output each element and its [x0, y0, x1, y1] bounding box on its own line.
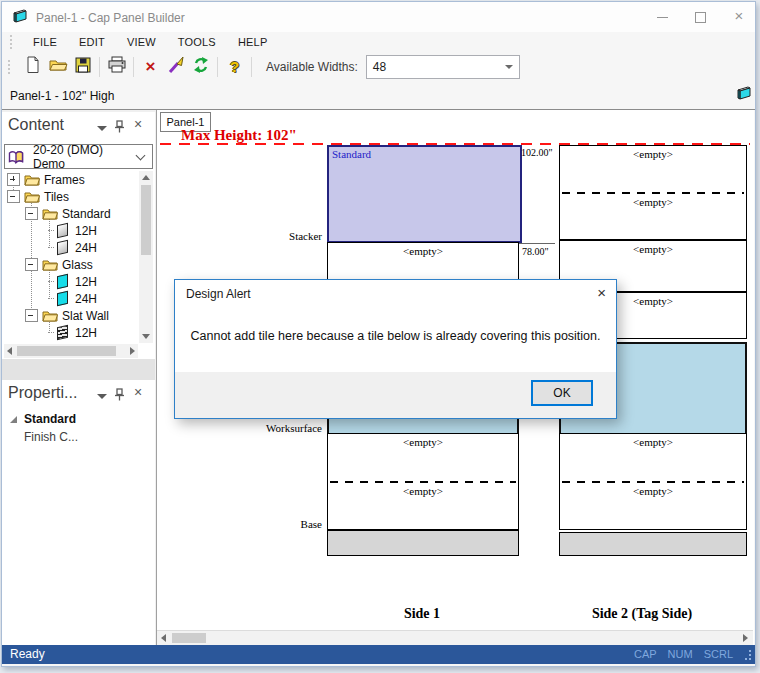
tree-item-slat-wall-12h[interactable]: 12H	[4, 324, 138, 341]
panel-caption: Panel-1 - 102" High	[10, 89, 114, 103]
tree-item-slat-wall[interactable]: Slat Wall	[4, 307, 138, 324]
title-bar: Panel-1 - Cap Panel Builder ×	[2, 2, 755, 32]
maximize-button[interactable]	[690, 8, 712, 26]
scroll-right-icon[interactable]	[130, 347, 135, 355]
close-button[interactable]: ×	[728, 6, 750, 26]
slot-divider-dashed	[330, 481, 516, 483]
property-group-expander-icon[interactable]	[10, 416, 17, 423]
base-cell-side2[interactable]	[559, 532, 747, 556]
scroll-right-icon[interactable]	[743, 634, 748, 642]
resize-grip[interactable]	[749, 658, 751, 660]
tree-item-label: 12H	[75, 326, 97, 340]
dock-splitter[interactable]	[2, 359, 155, 380]
properties-menu-chevron-icon[interactable]	[97, 394, 107, 399]
menu-item-tools[interactable]: TOOLS	[167, 36, 227, 48]
folder-icon	[24, 173, 40, 186]
menu-item-edit[interactable]: EDIT	[68, 36, 116, 48]
tree-item-clipped[interactable]	[4, 341, 138, 343]
dialog-footer: OK	[175, 372, 616, 418]
scroll-down-icon[interactable]	[142, 334, 150, 339]
ok-button[interactable]: OK	[531, 380, 593, 406]
dialog-title: Design Alert	[186, 287, 251, 301]
num-lock-indicator: NUM	[668, 648, 693, 660]
library-combobox[interactable]: 20-20 (DMO) Demo	[4, 144, 153, 169]
maximize-icon	[695, 12, 706, 23]
status-ready-text: Ready	[10, 647, 45, 661]
empty-slot-label: <empty>	[328, 245, 518, 257]
app-icon	[11, 8, 29, 28]
side1-label: Side 1	[327, 606, 517, 622]
open-button[interactable]	[45, 55, 70, 79]
expander-minus-icon[interactable]	[25, 258, 38, 271]
menu-grip	[10, 35, 14, 49]
empty-slot-side2-lower[interactable]: <empty> <empty>	[559, 433, 747, 530]
tree-vertical-scrollbar[interactable]	[139, 171, 153, 343]
canvas-horizontal-scrollbar[interactable]	[157, 630, 753, 645]
properties-close-icon[interactable]: ×	[134, 384, 142, 400]
empty-slot-side1-lower[interactable]: <empty> <empty>	[327, 433, 519, 530]
tree-item-standard-24h[interactable]: 24H	[4, 239, 138, 256]
tree-item-glass[interactable]: Glass	[4, 256, 138, 273]
content-close-icon[interactable]: ×	[134, 116, 142, 132]
catalog-book-icon	[8, 150, 24, 164]
glass-tile-icon	[57, 274, 68, 290]
base-cell-side1[interactable]	[327, 530, 519, 556]
empty-slot-label: <empty>	[328, 436, 518, 448]
dimension-102: 102.00"	[521, 147, 553, 158]
available-widths-combobox[interactable]: 48	[366, 55, 520, 79]
print-button[interactable]	[104, 55, 129, 79]
help-button[interactable]: ?	[222, 55, 247, 79]
empty-slot-label: <empty>	[560, 148, 746, 160]
toolbar-grip	[8, 60, 12, 74]
empty-slot-side2-top[interactable]: <empty> <empty>	[559, 145, 747, 240]
folder-icon	[42, 207, 58, 220]
empty-slot-label: <empty>	[560, 485, 746, 497]
dialog-message: Cannot add tile here because a tile belo…	[185, 329, 606, 343]
expander-plus-icon[interactable]	[7, 173, 20, 186]
scroll-left-icon[interactable]	[7, 347, 12, 355]
format-painter-button[interactable]	[163, 55, 188, 79]
tree-item-glass-12h[interactable]: 12H	[4, 273, 138, 290]
design-alert-dialog: Design Alert × Cannot add tile here beca…	[174, 279, 617, 419]
toolbar-separator	[99, 57, 100, 77]
refresh-button[interactable]	[188, 55, 213, 79]
tree-item-tiles[interactable]: Tiles	[4, 188, 138, 205]
save-button[interactable]	[70, 55, 95, 79]
scrollbar-thumb[interactable]	[17, 346, 116, 356]
menu-item-file[interactable]: FILE	[22, 36, 68, 48]
scroll-up-icon[interactable]	[142, 175, 150, 180]
pin-icon[interactable]	[114, 119, 125, 137]
empty-slot-label: <empty>	[328, 485, 518, 497]
scroll-left-icon[interactable]	[161, 634, 166, 642]
menu-item-view[interactable]: VIEW	[116, 36, 167, 48]
menu-item-help[interactable]: HELP	[227, 36, 279, 48]
expander-minus-icon[interactable]	[25, 309, 38, 322]
chevron-down-icon	[505, 65, 513, 69]
expander-minus-icon[interactable]	[7, 190, 20, 203]
max-height-label: Max Height: 102"	[181, 127, 297, 144]
tree-item-frames[interactable]: Frames	[4, 171, 138, 188]
tree-item-standard[interactable]: Standard	[4, 205, 138, 222]
scrollbar-thumb[interactable]	[172, 633, 206, 643]
property-row-label[interactable]: Finish C...	[24, 430, 78, 444]
standard-tile-icon	[57, 223, 68, 239]
scrollbar-thumb[interactable]	[141, 185, 151, 255]
save-floppy-icon	[74, 56, 92, 78]
new-button[interactable]	[20, 55, 45, 79]
tree-item-glass-24h[interactable]: 24H	[4, 290, 138, 307]
content-menu-chevron-icon[interactable]	[97, 126, 107, 131]
row-label-base: Base	[232, 518, 322, 530]
tree-horizontal-scrollbar[interactable]	[4, 344, 138, 358]
delete-button[interactable]: ×	[138, 55, 163, 79]
expander-minus-icon[interactable]	[25, 207, 38, 220]
empty-slot-label: <empty>	[560, 196, 746, 208]
dialog-close-icon[interactable]: ×	[597, 284, 606, 301]
property-group-label: Standard	[24, 412, 76, 426]
paint-brush-icon	[167, 56, 185, 78]
pin-icon[interactable]	[114, 387, 125, 405]
dimension-tick	[519, 243, 555, 244]
minimize-button[interactable]	[652, 8, 674, 26]
standard-tile-side1[interactable]: Standard	[327, 145, 522, 243]
tree-item-standard-12h[interactable]: 12H	[4, 222, 138, 239]
tree-item-label: Frames	[44, 173, 85, 187]
